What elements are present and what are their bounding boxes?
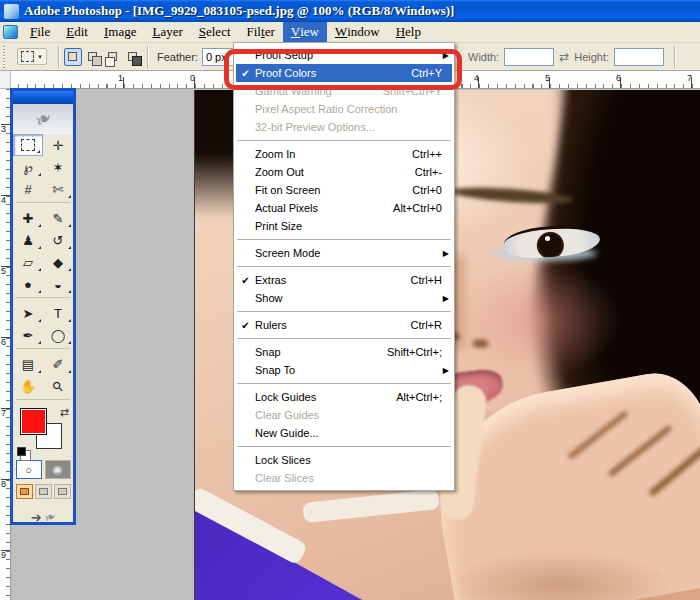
width-label: Width:	[468, 51, 499, 63]
menu-item-zoom-in[interactable]: Zoom InCtrl++	[236, 145, 452, 163]
jump-to-imageready-button[interactable]: ➔ ❧	[13, 504, 73, 530]
menu-separator	[237, 383, 451, 384]
photoshop-icon	[4, 4, 19, 19]
menu-item-show[interactable]: Show▶	[236, 289, 452, 307]
menu-item-shortcut: Ctrl+Y	[395, 67, 452, 79]
menu-item-label: New Guide...	[255, 427, 319, 439]
submenu-arrow-icon: ▶	[440, 366, 452, 375]
subtract-from-selection-icon	[108, 52, 117, 61]
title-bar[interactable]: Adobe Photoshop - [IMG_9929_083105-psed.…	[0, 0, 700, 22]
full-screen-mode-button[interactable]	[54, 484, 71, 499]
ruler-number: 4	[1, 195, 6, 205]
standard-screen-mode-button[interactable]	[16, 484, 33, 499]
menu-item-proof-colors[interactable]: ✔Proof ColorsCtrl+Y	[236, 64, 452, 82]
menu-item-screen-mode[interactable]: Screen Mode▶	[236, 244, 452, 262]
menubar-item-edit[interactable]: Edit	[58, 22, 96, 42]
menu-item-label: Proof Setup	[255, 49, 313, 61]
foreground-color-swatch[interactable]	[20, 408, 47, 435]
eraser-tool[interactable]: ▱	[13, 251, 43, 273]
menu-item-new-guide[interactable]: New Guide...	[236, 424, 452, 442]
blur-tool[interactable]: ●	[13, 273, 43, 295]
menu-separator	[237, 338, 451, 339]
clone-stamp-tool[interactable]: ♟	[13, 229, 43, 251]
notes-tool[interactable]: ▤	[13, 353, 43, 375]
quick-mask-mode-button[interactable]: ◉	[45, 460, 71, 479]
eyedropper-tool[interactable]: ✐	[43, 353, 73, 375]
zoom-tool[interactable]: ⚲	[43, 375, 73, 397]
check-icon: ✔	[236, 320, 255, 331]
intersect-selection-button[interactable]	[124, 48, 142, 66]
menubar-item-window[interactable]: Window	[327, 22, 388, 42]
slice-tool[interactable]: ✄	[43, 178, 73, 200]
tool-preset-picker[interactable]: ▼	[17, 48, 47, 65]
color-swatches: ⇄	[13, 404, 73, 458]
swap-dimensions-icon[interactable]: ⇄	[559, 50, 569, 64]
width-input[interactable]	[504, 48, 554, 66]
ruler-major-tick	[123, 77, 124, 88]
menubar-item-image[interactable]: Image	[96, 22, 145, 42]
standard-mode-button[interactable]: ○	[16, 460, 42, 479]
new-selection-button[interactable]	[64, 48, 82, 66]
menu-item-print-size[interactable]: Print Size	[236, 217, 452, 235]
history-brush-tool[interactable]: ↺	[43, 229, 73, 251]
menu-item-label: Zoom Out	[255, 166, 304, 178]
menu-item-label: Proof Colors	[255, 67, 316, 79]
path-selection-icon: ➤	[23, 306, 34, 321]
menu-item-shortcut: Alt+Ctrl+;	[380, 391, 452, 403]
photo-hand-shadow	[445, 550, 675, 600]
notes-icon: ▤	[22, 357, 34, 372]
add-to-selection-button[interactable]	[84, 48, 102, 66]
menubar-item-select[interactable]: Select	[191, 22, 239, 42]
type-tool[interactable]: T	[43, 302, 73, 324]
menu-item-shortcut: Ctrl+H	[395, 274, 452, 286]
paint-bucket-icon: ◆	[53, 255, 63, 270]
dodge-tool[interactable]: ◒	[43, 273, 73, 295]
height-input[interactable]	[614, 48, 664, 66]
menu-item-shortcut: Shift+Ctrl+;	[371, 346, 452, 358]
menu-separator	[237, 239, 451, 240]
menu-item-actual-pixels[interactable]: Actual PixelsAlt+Ctrl+0	[236, 199, 452, 217]
menu-item-fit-on-screen[interactable]: Fit on ScreenCtrl+0	[236, 181, 452, 199]
menu-item-lock-slices[interactable]: Lock Slices	[236, 451, 452, 469]
move-tool[interactable]: ✛	[43, 134, 73, 156]
crop-tool[interactable]: #	[13, 178, 43, 200]
brush-tool[interactable]: ✎	[43, 207, 73, 229]
menubar-item-layer[interactable]: Layer	[144, 22, 190, 42]
ruler-origin-box[interactable]	[0, 71, 11, 89]
menu-item-shortcut: Ctrl+-	[399, 166, 452, 178]
pen-tool[interactable]: ✒	[13, 324, 43, 346]
menu-item-rulers[interactable]: ✔RulersCtrl+R	[236, 316, 452, 334]
menubar-item-filter[interactable]: Filter	[239, 22, 283, 42]
menu-item-shortcut: Ctrl++	[396, 148, 452, 160]
pen-icon: ✒	[23, 328, 34, 343]
magic-wand-tool[interactable]: ✶	[43, 156, 73, 178]
subtract-from-selection-button[interactable]	[104, 48, 122, 66]
menubar-item-file[interactable]: File	[22, 22, 58, 42]
menu-item-lock-guides[interactable]: Lock GuidesAlt+Ctrl+;	[236, 388, 452, 406]
path-selection-tool[interactable]: ➤	[13, 302, 43, 324]
menu-item-extras[interactable]: ✔ExtrasCtrl+H	[236, 271, 452, 289]
document-icon[interactable]	[3, 25, 18, 39]
menu-item-label: Screen Mode	[255, 247, 320, 259]
options-bar-grip[interactable]	[2, 46, 9, 68]
menu-item-label: Fit on Screen	[255, 184, 320, 196]
rectangular-marquee-tool[interactable]	[13, 134, 43, 156]
default-colors-icon[interactable]	[17, 447, 26, 456]
blur-icon: ●	[24, 277, 32, 292]
paint-bucket-tool[interactable]: ◆	[43, 251, 73, 273]
history-brush-icon: ↺	[53, 233, 64, 248]
menu-item-snap-to[interactable]: Snap To▶	[236, 361, 452, 379]
toolbox-title-bar[interactable]	[13, 91, 73, 104]
shape-tool[interactable]: ◯	[43, 324, 73, 346]
menu-item-zoom-out[interactable]: Zoom OutCtrl+-	[236, 163, 452, 181]
menu-item-proof-setup[interactable]: Proof Setup▶	[236, 46, 452, 64]
lasso-tool[interactable]: ℘	[13, 156, 43, 178]
healing-brush-tool[interactable]: ✚	[13, 207, 43, 229]
menubar-item-view[interactable]: View	[283, 22, 327, 42]
swap-colors-icon[interactable]: ⇄	[60, 406, 69, 419]
full-screen-menubar-mode-button[interactable]	[35, 484, 52, 499]
options-divider	[147, 46, 148, 68]
menu-item-snap[interactable]: SnapShift+Ctrl+;	[236, 343, 452, 361]
menubar-item-help[interactable]: Help	[388, 22, 429, 42]
hand-tool[interactable]: ✋	[13, 375, 43, 397]
